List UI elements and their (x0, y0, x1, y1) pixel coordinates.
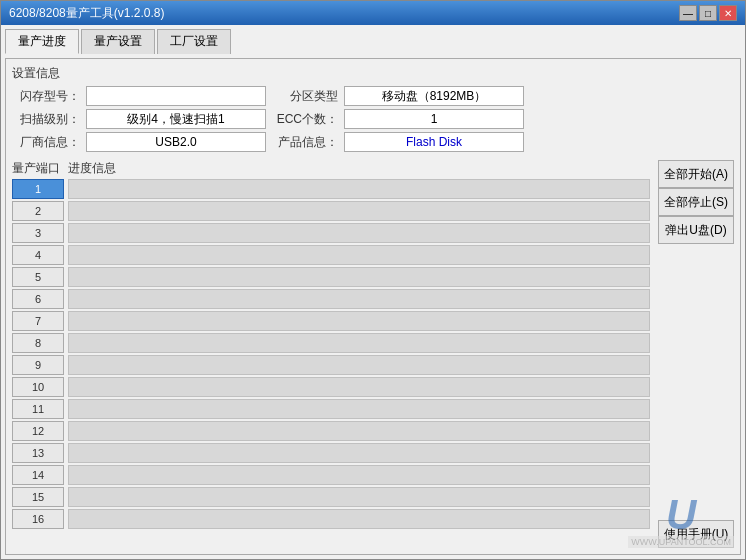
port-button-7[interactable]: 7 (12, 311, 64, 331)
progress-header: 进度信息 (68, 160, 650, 177)
right-buttons: 全部开始(A) 全部停止(S) 弹出U盘(D) 使用手册(U) (654, 160, 734, 548)
port-button-1[interactable]: 1 (12, 179, 64, 199)
tab-settings[interactable]: 量产设置 (81, 29, 155, 54)
scan-level-label: 扫描级别： (12, 111, 82, 128)
lower-outer: 进度信息 (68, 160, 650, 548)
port-list: 12345678910111213141516 (12, 179, 64, 529)
info-section-title: 设置信息 (12, 65, 734, 82)
ecc-value: 1 (344, 109, 524, 129)
progress-row-4 (68, 245, 650, 265)
port-button-10[interactable]: 10 (12, 377, 64, 397)
minimize-button[interactable]: — (679, 5, 697, 21)
port-button-16[interactable]: 16 (12, 509, 64, 529)
stop-all-button[interactable]: 全部停止(S) (658, 188, 734, 216)
start-all-button[interactable]: 全部开始(A) (658, 160, 734, 188)
port-header: 量产端口 (12, 160, 64, 177)
ecc-label: ECC个数： (270, 111, 340, 128)
port-button-9[interactable]: 9 (12, 355, 64, 375)
close-button[interactable]: ✕ (719, 5, 737, 21)
progress-rows (68, 179, 650, 548)
info-section: 设置信息 闪存型号： 分区类型 移动盘（8192MB） 扫描级别： 级别4，慢速… (12, 65, 734, 154)
flash-type-value (86, 86, 266, 106)
progress-row-14 (68, 465, 650, 485)
main-content: 量产进度 量产设置 工厂设置 设置信息 闪存型号： 分区类型 移动盘（8192M… (1, 25, 745, 559)
product-label: 产品信息： (270, 134, 340, 151)
manual-button[interactable]: 使用手册(U) (658, 520, 734, 548)
tab-factory[interactable]: 工厂设置 (157, 29, 231, 54)
progress-row-11 (68, 399, 650, 419)
port-button-12[interactable]: 12 (12, 421, 64, 441)
progress-row-8 (68, 333, 650, 353)
progress-row-16 (68, 509, 650, 529)
window-controls: — □ ✕ (679, 5, 737, 21)
progress-row-15 (68, 487, 650, 507)
partition-type-label: 分区类型 (270, 88, 340, 105)
progress-row-1 (68, 179, 650, 199)
port-button-3[interactable]: 3 (12, 223, 64, 243)
tab-bar: 量产进度 量产设置 工厂设置 (5, 29, 741, 54)
port-button-5[interactable]: 5 (12, 267, 64, 287)
eject-button[interactable]: 弹出U盘(D) (658, 216, 734, 244)
scan-level-value: 级别4，慢速扫描1 (86, 109, 266, 129)
port-button-2[interactable]: 2 (12, 201, 64, 221)
progress-row-9 (68, 355, 650, 375)
progress-row-2 (68, 201, 650, 221)
vendor-value: USB2.0 (86, 132, 266, 152)
product-value: Flash Disk (344, 132, 524, 152)
flash-type-label: 闪存型号： (12, 88, 82, 105)
progress-row-7 (68, 311, 650, 331)
port-button-6[interactable]: 6 (12, 289, 64, 309)
info-grid: 闪存型号： 分区类型 移动盘（8192MB） 扫描级别： 级别4，慢速扫描1 E… (12, 86, 734, 152)
partition-type-value: 移动盘（8192MB） (344, 86, 524, 106)
port-button-8[interactable]: 8 (12, 333, 64, 353)
main-panel: 设置信息 闪存型号： 分区类型 移动盘（8192MB） 扫描级别： 级别4，慢速… (5, 58, 741, 555)
vendor-label: 厂商信息： (12, 134, 82, 151)
progress-row-5 (68, 267, 650, 287)
port-button-11[interactable]: 11 (12, 399, 64, 419)
tab-progress[interactable]: 量产进度 (5, 29, 79, 54)
progress-row-6 (68, 289, 650, 309)
port-panel: 量产端口 12345678910111213141516 (12, 160, 64, 548)
port-button-13[interactable]: 13 (12, 443, 64, 463)
port-button-4[interactable]: 4 (12, 245, 64, 265)
lower-section: 量产端口 12345678910111213141516 进度信息 全部开始(A… (12, 160, 734, 548)
window-title: 6208/8208量产工具(v1.2.0.8) (9, 5, 164, 22)
progress-row-13 (68, 443, 650, 463)
progress-row-10 (68, 377, 650, 397)
port-button-14[interactable]: 14 (12, 465, 64, 485)
title-bar: 6208/8208量产工具(v1.2.0.8) — □ ✕ (1, 1, 745, 25)
port-button-15[interactable]: 15 (12, 487, 64, 507)
maximize-button[interactable]: □ (699, 5, 717, 21)
progress-row-3 (68, 223, 650, 243)
progress-row-12 (68, 421, 650, 441)
